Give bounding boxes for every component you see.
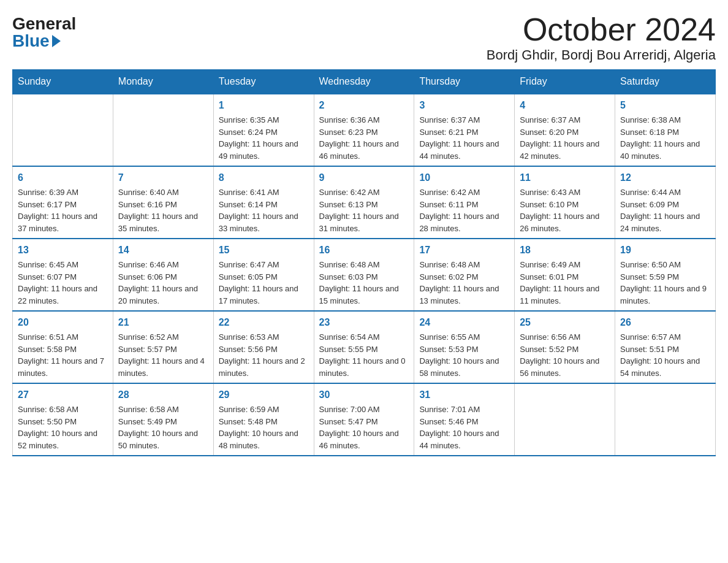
daylight-text: Daylight: 11 hours and 33 minutes. bbox=[219, 210, 309, 234]
daylight-text: Daylight: 11 hours and 31 minutes. bbox=[319, 210, 409, 234]
day-number: 18 bbox=[520, 243, 610, 258]
calendar-cell: 16Sunrise: 6:48 AMSunset: 6:03 PMDayligh… bbox=[314, 239, 414, 311]
logo-arrow-icon bbox=[52, 35, 61, 47]
sunset-text: Sunset: 6:10 PM bbox=[520, 199, 610, 211]
day-number: 9 bbox=[319, 170, 409, 185]
sunset-text: Sunset: 6:01 PM bbox=[520, 271, 610, 283]
location-title: Bordj Ghdir, Bordj Bou Arreridj, Algeria bbox=[487, 47, 716, 63]
sunrise-text: Sunrise: 6:58 AM bbox=[18, 404, 108, 416]
day-number: 26 bbox=[620, 315, 710, 330]
calendar-cell: 5Sunrise: 6:38 AMSunset: 6:18 PMDaylight… bbox=[615, 94, 716, 166]
calendar-cell: 20Sunrise: 6:51 AMSunset: 5:58 PMDayligh… bbox=[13, 311, 113, 383]
calendar-cell: 23Sunrise: 6:54 AMSunset: 5:55 PMDayligh… bbox=[314, 311, 414, 383]
calendar-cell: 9Sunrise: 6:42 AMSunset: 6:13 PMDaylight… bbox=[314, 166, 414, 239]
daylight-text: Daylight: 11 hours and 37 minutes. bbox=[18, 210, 108, 234]
daylight-text: Daylight: 11 hours and 7 minutes. bbox=[18, 355, 108, 379]
daylight-text: Daylight: 11 hours and 20 minutes. bbox=[118, 283, 208, 307]
sunrise-text: Sunrise: 7:00 AM bbox=[319, 404, 409, 416]
calendar-cell: 2Sunrise: 6:36 AMSunset: 6:23 PMDaylight… bbox=[314, 94, 414, 166]
daylight-text: Daylight: 11 hours and 17 minutes. bbox=[219, 283, 309, 307]
calendar-cell: 4Sunrise: 6:37 AMSunset: 6:20 PMDaylight… bbox=[515, 94, 615, 166]
sunrise-text: Sunrise: 7:01 AM bbox=[419, 404, 509, 416]
calendar-cell: 3Sunrise: 6:37 AMSunset: 6:21 PMDaylight… bbox=[414, 94, 515, 166]
calendar-cell bbox=[615, 383, 716, 456]
day-number: 6 bbox=[18, 170, 108, 185]
calendar-cell: 24Sunrise: 6:55 AMSunset: 5:53 PMDayligh… bbox=[414, 311, 515, 383]
sunset-text: Sunset: 6:17 PM bbox=[18, 199, 108, 211]
daylight-text: Daylight: 10 hours and 50 minutes. bbox=[118, 427, 208, 451]
day-number: 31 bbox=[419, 388, 509, 402]
day-number: 10 bbox=[419, 170, 509, 185]
calendar-cell: 10Sunrise: 6:42 AMSunset: 6:11 PMDayligh… bbox=[414, 166, 515, 239]
daylight-text: Daylight: 11 hours and 13 minutes. bbox=[419, 283, 509, 307]
sunset-text: Sunset: 5:49 PM bbox=[118, 416, 208, 428]
day-number: 12 bbox=[620, 170, 710, 185]
calendar-cell: 14Sunrise: 6:46 AMSunset: 6:06 PMDayligh… bbox=[113, 239, 213, 311]
sunrise-text: Sunrise: 6:52 AM bbox=[118, 331, 208, 343]
day-number: 22 bbox=[219, 315, 309, 330]
sunrise-text: Sunrise: 6:51 AM bbox=[18, 331, 108, 343]
sunrise-text: Sunrise: 6:48 AM bbox=[419, 259, 509, 271]
calendar-week-row: 27Sunrise: 6:58 AMSunset: 5:50 PMDayligh… bbox=[13, 383, 716, 456]
sunrise-text: Sunrise: 6:40 AM bbox=[118, 186, 208, 199]
sunrise-text: Sunrise: 6:38 AM bbox=[620, 114, 710, 126]
calendar-cell: 1Sunrise: 6:35 AMSunset: 6:24 PMDaylight… bbox=[213, 94, 314, 166]
daylight-text: Daylight: 10 hours and 46 minutes. bbox=[319, 427, 409, 451]
day-number: 21 bbox=[118, 315, 208, 330]
calendar-cell: 25Sunrise: 6:56 AMSunset: 5:52 PMDayligh… bbox=[515, 311, 615, 383]
sunset-text: Sunset: 6:23 PM bbox=[319, 126, 409, 139]
sunrise-text: Sunrise: 6:41 AM bbox=[219, 186, 309, 199]
sunrise-text: Sunrise: 6:57 AM bbox=[620, 331, 710, 343]
calendar-cell: 26Sunrise: 6:57 AMSunset: 5:51 PMDayligh… bbox=[615, 311, 716, 383]
calendar-cell: 31Sunrise: 7:01 AMSunset: 5:46 PMDayligh… bbox=[414, 383, 515, 456]
day-number: 2 bbox=[319, 98, 409, 113]
daylight-text: Daylight: 11 hours and 40 minutes. bbox=[620, 138, 710, 162]
day-of-week-header: Tuesday bbox=[213, 70, 314, 94]
sunset-text: Sunset: 6:02 PM bbox=[419, 271, 509, 283]
day-number: 23 bbox=[319, 315, 409, 330]
sunrise-text: Sunrise: 6:58 AM bbox=[118, 404, 208, 416]
sunset-text: Sunset: 5:47 PM bbox=[319, 416, 409, 428]
calendar-cell: 21Sunrise: 6:52 AMSunset: 5:57 PMDayligh… bbox=[113, 311, 213, 383]
daylight-text: Daylight: 10 hours and 58 minutes. bbox=[419, 355, 509, 379]
calendar-cell: 29Sunrise: 6:59 AMSunset: 5:48 PMDayligh… bbox=[213, 383, 314, 456]
sunrise-text: Sunrise: 6:53 AM bbox=[219, 331, 309, 343]
sunrise-text: Sunrise: 6:56 AM bbox=[520, 331, 610, 343]
calendar-cell: 18Sunrise: 6:49 AMSunset: 6:01 PMDayligh… bbox=[515, 239, 615, 311]
daylight-text: Daylight: 11 hours and 9 minutes. bbox=[620, 283, 710, 307]
sunrise-text: Sunrise: 6:44 AM bbox=[620, 186, 710, 199]
calendar-week-row: 1Sunrise: 6:35 AMSunset: 6:24 PMDaylight… bbox=[13, 94, 716, 166]
day-of-week-header: Monday bbox=[113, 70, 213, 94]
day-of-week-header: Friday bbox=[515, 70, 615, 94]
calendar-cell: 8Sunrise: 6:41 AMSunset: 6:14 PMDaylight… bbox=[213, 166, 314, 239]
day-number: 17 bbox=[419, 243, 509, 258]
logo-blue-text: Blue bbox=[12, 33, 61, 50]
sunrise-text: Sunrise: 6:36 AM bbox=[319, 114, 409, 126]
day-number: 30 bbox=[319, 388, 409, 402]
daylight-text: Daylight: 11 hours and 26 minutes. bbox=[520, 210, 610, 234]
sunrise-text: Sunrise: 6:39 AM bbox=[18, 186, 108, 199]
daylight-text: Daylight: 11 hours and 2 minutes. bbox=[219, 355, 309, 379]
day-number: 13 bbox=[18, 243, 108, 258]
sunset-text: Sunset: 6:06 PM bbox=[118, 271, 208, 283]
day-number: 19 bbox=[620, 243, 710, 258]
sunset-text: Sunset: 6:21 PM bbox=[419, 126, 509, 139]
sunset-text: Sunset: 6:11 PM bbox=[419, 199, 509, 211]
day-number: 20 bbox=[18, 315, 108, 330]
sunset-text: Sunset: 5:58 PM bbox=[18, 343, 108, 356]
day-of-week-header: Sunday bbox=[13, 70, 113, 94]
calendar-cell: 30Sunrise: 7:00 AMSunset: 5:47 PMDayligh… bbox=[314, 383, 414, 456]
day-number: 11 bbox=[520, 170, 610, 185]
sunset-text: Sunset: 6:05 PM bbox=[219, 271, 309, 283]
day-number: 4 bbox=[520, 98, 610, 113]
day-number: 16 bbox=[319, 243, 409, 258]
sunrise-text: Sunrise: 6:43 AM bbox=[520, 186, 610, 199]
daylight-text: Daylight: 10 hours and 52 minutes. bbox=[18, 427, 108, 451]
calendar-cell: 12Sunrise: 6:44 AMSunset: 6:09 PMDayligh… bbox=[615, 166, 716, 239]
sunset-text: Sunset: 5:51 PM bbox=[620, 343, 710, 356]
day-number: 3 bbox=[419, 98, 509, 113]
daylight-text: Daylight: 11 hours and 44 minutes. bbox=[419, 138, 509, 162]
sunset-text: Sunset: 5:59 PM bbox=[620, 271, 710, 283]
header: General Blue October 2024 Bordj Ghdir, B… bbox=[12, 12, 716, 63]
day-number: 1 bbox=[219, 98, 309, 113]
